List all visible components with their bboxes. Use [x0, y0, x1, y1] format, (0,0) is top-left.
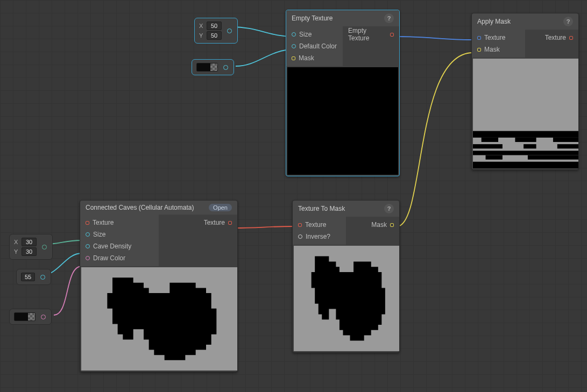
port-in-draw-color[interactable]: Draw Color: [80, 252, 159, 264]
port-in-size[interactable]: Size: [80, 229, 159, 240]
node-header[interactable]: Texture To Mask ?: [293, 201, 399, 217]
texture-preview: [473, 59, 578, 168]
port-in-texture[interactable]: Texture: [293, 219, 346, 231]
node-header[interactable]: Apply Mask ?: [472, 13, 578, 30]
port-in-mask[interactable]: Mask: [286, 52, 343, 64]
port-in-inverse[interactable]: Inverse?: [293, 231, 346, 243]
output-socket[interactable]: [40, 275, 45, 280]
x-label: X: [199, 23, 204, 29]
density-field[interactable]: [21, 273, 35, 281]
y-label: Y: [199, 32, 204, 39]
output-socket[interactable]: [41, 315, 46, 319]
svg-rect-5: [515, 138, 536, 142]
color-input-default[interactable]: [192, 59, 234, 75]
texture-preview: [287, 67, 398, 175]
node-header[interactable]: Connected Caves (Cellular Automata) Open: [80, 201, 237, 215]
node-header[interactable]: Empty Texture ?: [286, 10, 399, 26]
node-empty-texture[interactable]: Empty Texture ? Size Default Color Mask …: [286, 10, 400, 176]
color-input-draw[interactable]: [9, 309, 52, 325]
port-in-mask[interactable]: Mask: [472, 44, 525, 55]
mask-preview: [294, 246, 399, 351]
vector2-input-cave-size[interactable]: X Y: [9, 234, 53, 260]
color-swatch[interactable]: [14, 312, 36, 321]
port-out-mask[interactable]: Mask: [366, 219, 399, 231]
svg-rect-4: [482, 138, 498, 142]
svg-rect-8: [524, 144, 536, 148]
port-in-size[interactable]: Size: [286, 28, 343, 40]
svg-rect-6: [553, 138, 578, 142]
texture-preview: [81, 267, 237, 370]
port-in-texture[interactable]: Texture: [472, 32, 525, 44]
node-title: Connected Caves (Cellular Automata): [86, 204, 194, 211]
node-title: Empty Texture: [292, 15, 333, 22]
x-field[interactable]: [207, 22, 222, 30]
svg-rect-13: [473, 162, 578, 168]
color-swatch[interactable]: [196, 63, 218, 72]
port-in-cave-density[interactable]: Cave Density: [80, 240, 159, 252]
node-texture-to-mask[interactable]: Texture To Mask ? Texture Inverse? Mask: [292, 200, 400, 353]
port-in-texture[interactable]: Texture: [80, 217, 159, 229]
port-out-texture[interactable]: Texture: [540, 32, 578, 44]
port-out-texture[interactable]: Texture: [199, 217, 237, 229]
x-field[interactable]: [22, 238, 37, 246]
vector2-input-size[interactable]: X Y: [194, 18, 238, 44]
help-icon[interactable]: ?: [384, 13, 394, 23]
port-in-default-color[interactable]: Default Color: [286, 40, 343, 52]
x-label: X: [14, 239, 19, 245]
node-apply-mask[interactable]: Apply Mask ? Texture Mask Texture: [471, 13, 579, 170]
output-socket[interactable]: [42, 245, 47, 250]
help-icon[interactable]: ?: [384, 204, 394, 213]
node-connected-caves[interactable]: Connected Caves (Cellular Automata) Open…: [80, 200, 238, 372]
y-label: Y: [14, 248, 19, 255]
port-out-empty-texture[interactable]: Empty Texture: [343, 28, 399, 40]
node-title: Apply Mask: [477, 18, 511, 25]
output-socket[interactable]: [223, 65, 228, 70]
help-icon[interactable]: ?: [563, 17, 573, 26]
svg-rect-10: [473, 151, 578, 155]
svg-rect-9: [557, 144, 578, 148]
svg-rect-3: [473, 131, 578, 138]
node-title: Texture To Mask: [298, 205, 345, 212]
float-input-density[interactable]: [16, 269, 51, 285]
svg-rect-7: [473, 144, 503, 148]
y-field[interactable]: [207, 31, 222, 40]
output-socket[interactable]: [227, 28, 232, 33]
svg-rect-12: [528, 155, 578, 160]
svg-rect-11: [486, 155, 503, 160]
y-field[interactable]: [22, 247, 37, 256]
open-button[interactable]: Open: [209, 204, 232, 211]
